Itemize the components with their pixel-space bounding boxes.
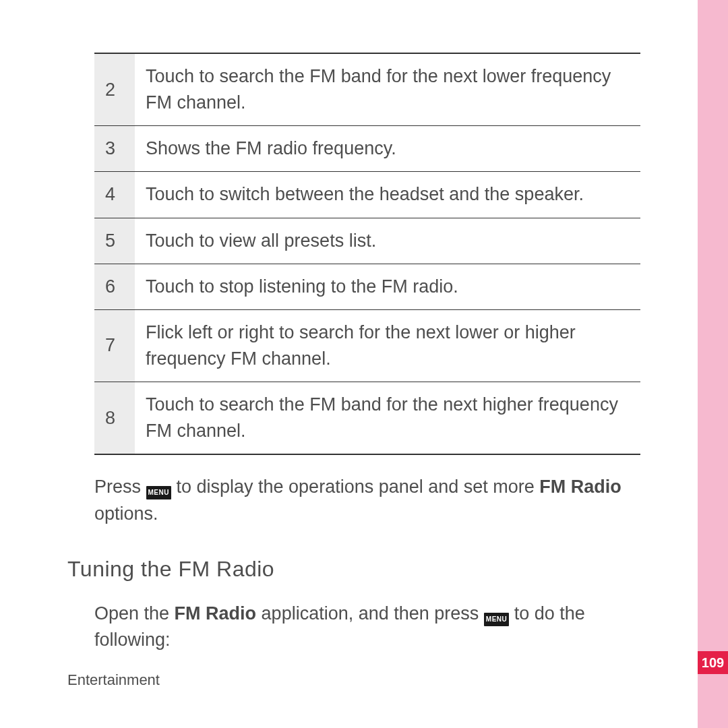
row-number: 4 xyxy=(94,172,135,218)
text: application, and then press xyxy=(256,603,484,624)
page-content: 2 Touch to search the FM band for the ne… xyxy=(67,0,661,728)
table-row: 4 Touch to switch between the headset an… xyxy=(94,172,640,218)
row-number: 2 xyxy=(94,53,135,126)
section-heading-tuning: Tuning the FM Radio xyxy=(67,557,661,582)
row-number: 3 xyxy=(94,126,135,172)
row-description: Flick left or right to search for the ne… xyxy=(135,309,640,382)
text: options. xyxy=(94,504,158,524)
row-number: 6 xyxy=(94,264,135,309)
row-description: Touch to stop listening to the FM radio. xyxy=(135,264,640,309)
row-description: Touch to search the FM band for the next… xyxy=(135,382,640,455)
page-number-badge: 109 xyxy=(698,651,728,674)
table-row: 8 Touch to search the FM band for the ne… xyxy=(94,382,640,455)
tuning-intro-paragraph: Open the FM Radio application, and then … xyxy=(94,601,640,653)
table-row: 6 Touch to stop listening to the FM radi… xyxy=(94,264,640,309)
menu-icon: MENU xyxy=(484,613,509,626)
text: to display the operations panel and set … xyxy=(171,477,539,497)
row-description: Touch to view all presets list. xyxy=(135,218,640,264)
table-row: 3 Shows the FM radio frequency. xyxy=(94,126,640,172)
chapter-footer: Entertainment xyxy=(67,671,160,689)
row-description: Touch to switch between the headset and … xyxy=(135,172,640,218)
text: Press xyxy=(94,477,146,497)
fm-radio-controls-table: 2 Touch to search the FM band for the ne… xyxy=(94,53,640,455)
menu-icon: MENU xyxy=(146,486,171,499)
row-number: 7 xyxy=(94,309,135,382)
row-number: 5 xyxy=(94,218,135,264)
table-row: 7 Flick left or right to search for the … xyxy=(94,309,640,382)
row-number: 8 xyxy=(94,382,135,455)
row-description: Touch to search the FM band for the next… xyxy=(135,53,640,126)
side-tab: 109 xyxy=(698,0,728,728)
table-row: 2 Touch to search the FM band for the ne… xyxy=(94,53,640,126)
row-description: Shows the FM radio frequency. xyxy=(135,126,640,172)
bold-text: FM Radio xyxy=(539,477,621,497)
table-row: 5 Touch to view all presets list. xyxy=(94,218,640,264)
operations-panel-note: Press MENU to display the operations pan… xyxy=(94,474,640,526)
text: Open the xyxy=(94,603,175,624)
bold-text: FM Radio xyxy=(175,603,257,624)
